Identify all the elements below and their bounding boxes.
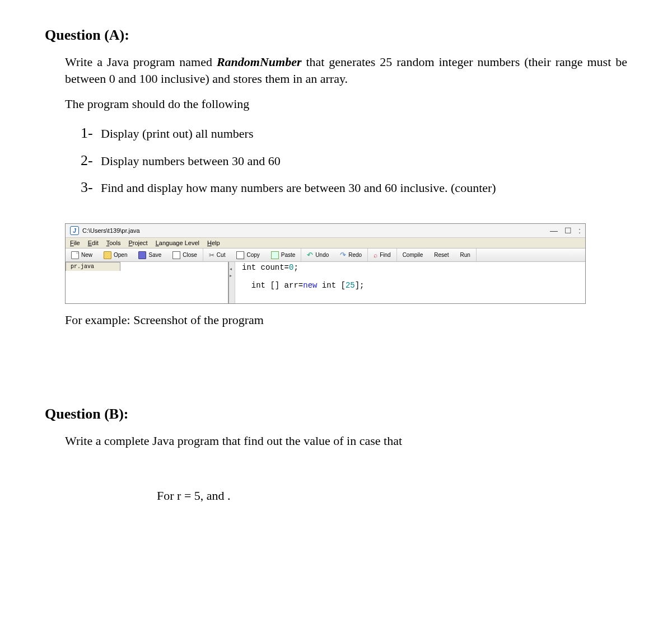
- question-b-heading: Question (B):: [45, 406, 627, 423]
- menu-tools[interactable]: Tools: [106, 240, 121, 246]
- copy-icon: [236, 251, 244, 259]
- java-icon: J: [70, 226, 79, 235]
- copy-button[interactable]: Copy: [231, 248, 265, 261]
- cut-button[interactable]: ✂Cut: [203, 248, 231, 261]
- new-button[interactable]: New: [66, 248, 98, 261]
- collapse-left-icon: ◂: [230, 266, 232, 271]
- new-doc-icon: [71, 251, 79, 259]
- run-button[interactable]: Run: [454, 248, 475, 261]
- list-num: 2-: [81, 152, 96, 169]
- menu-bar: File Edit Tools Project Language Level H…: [66, 238, 585, 248]
- find-icon: ⌕: [374, 251, 377, 259]
- redo-button[interactable]: ↷Redo: [334, 248, 367, 261]
- list-item: 2- Display numbers between 30 and 60: [81, 152, 627, 170]
- close-file-button[interactable]: Close: [167, 248, 203, 261]
- list-text: Display (print out) all numbers: [101, 125, 627, 142]
- menu-project[interactable]: Project: [128, 240, 147, 246]
- qa-intro-pre: Write a Java program named: [65, 55, 217, 69]
- maximize-button[interactable]: ☐: [564, 226, 572, 235]
- paste-icon: [271, 251, 279, 259]
- menu-help[interactable]: Help: [207, 240, 220, 246]
- list-item: 1- Display (print out) all numbers: [81, 125, 627, 142]
- question-a-intro: Write a Java program named RandomNumber …: [65, 54, 627, 87]
- menu-file[interactable]: File: [70, 240, 80, 246]
- folder-open-icon: [104, 251, 111, 259]
- code-line-2: int [] arr=new int [25];: [251, 281, 365, 290]
- menu-language-level[interactable]: Language Level: [156, 240, 199, 246]
- screenshot-caption: For example: Screenshot of the program: [65, 313, 627, 327]
- cut-icon: ✂: [209, 252, 214, 259]
- menu-edit[interactable]: Edit: [88, 240, 99, 246]
- save-icon: [138, 251, 146, 259]
- list-num: 3-: [81, 179, 96, 196]
- list-text: Display numbers between 30 and 60: [101, 153, 627, 170]
- code-editor[interactable]: int count=0; int [] arr=new int [25];: [235, 262, 585, 303]
- splitter-gutter[interactable]: ◂ ▸: [229, 262, 235, 303]
- question-b-intro: Write a complete Java program that find …: [65, 433, 627, 449]
- close-doc-icon: [172, 251, 180, 259]
- undo-icon: ↶: [307, 251, 313, 259]
- reset-button[interactable]: Reset: [428, 248, 454, 261]
- question-b-for-r: For r = 5, and .: [157, 489, 627, 503]
- list-text: Find and display how many numbers are be…: [101, 180, 627, 196]
- paste-button[interactable]: Paste: [265, 248, 301, 261]
- code-line-1: int count=0;: [242, 263, 298, 272]
- find-button[interactable]: ⌕Find: [368, 248, 396, 261]
- open-button[interactable]: Open: [98, 248, 133, 261]
- file-panel: [66, 271, 228, 303]
- close-button[interactable]: :: [578, 226, 581, 235]
- program-name: RandomNumber: [217, 55, 302, 69]
- window-titlebar: J C:\Users\t139\pr.java — ☐ :: [66, 224, 585, 238]
- redo-icon: ↷: [340, 251, 346, 259]
- window-title-path: C:\Users\t139\pr.java: [82, 227, 140, 234]
- undo-button[interactable]: ↶Undo: [301, 248, 334, 261]
- list-item: 3- Find and display how many numbers are…: [81, 179, 627, 196]
- requirements-list: 1- Display (print out) all numbers 2- Di…: [81, 125, 627, 196]
- toolbar: New Open Save Close ✂Cut Copy Paste ↶Und…: [66, 248, 585, 262]
- ide-window: J C:\Users\t139\pr.java — ☐ : File Edit …: [65, 223, 586, 304]
- save-button[interactable]: Save: [133, 248, 167, 261]
- minimize-button[interactable]: —: [550, 226, 558, 235]
- question-a-heading: Question (A):: [45, 27, 627, 44]
- question-a-subintro: The program should do the following: [65, 96, 627, 112]
- file-tab[interactable]: pr.java: [66, 262, 120, 271]
- compile-button[interactable]: Compile: [397, 248, 429, 261]
- collapse-right-icon: ▸: [230, 273, 232, 278]
- list-num: 1-: [81, 125, 96, 142]
